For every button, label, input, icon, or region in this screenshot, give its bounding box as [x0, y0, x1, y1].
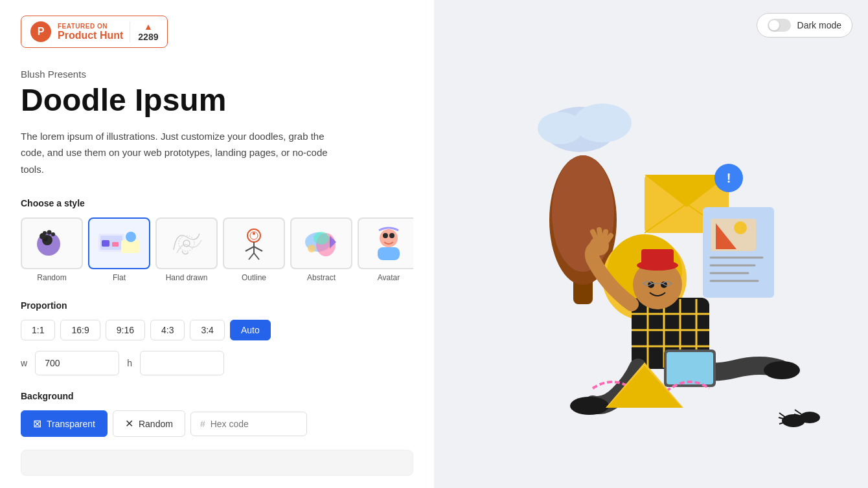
toggle-knob: [769, 20, 779, 30]
prop-btn-3-4[interactable]: 3:4: [190, 320, 224, 340]
svg-point-10: [126, 232, 136, 242]
toggle-switch: [768, 19, 791, 32]
transparent-icon: ⊠: [33, 417, 41, 430]
svg-line-84: [795, 410, 801, 414]
style-name-avatar: Avatar: [378, 273, 400, 282]
prop-btn-1-1[interactable]: 1:1: [21, 320, 55, 340]
height-label: h: [127, 358, 132, 368]
background-section: Background ⊠ Transparent ✕ Random #: [21, 391, 413, 437]
svg-point-14: [183, 240, 190, 247]
proportion-label: Proportion: [21, 300, 413, 311]
ph-featured-text: FEATURED ON: [58, 23, 123, 30]
style-thumb-avatar: [358, 217, 413, 269]
transparent-button[interactable]: ⊠ Transparent: [21, 410, 108, 437]
right-panel: !: [434, 0, 868, 488]
style-name-hand-drawn: Hand drawn: [166, 273, 208, 282]
style-card-abstract[interactable]: Abstract: [290, 217, 352, 282]
style-thumb-hand-drawn: [155, 217, 218, 269]
svg-line-18: [254, 247, 262, 251]
dark-mode-toggle[interactable]: Dark mode: [757, 13, 852, 38]
svg-line-70: [599, 230, 600, 237]
svg-line-72: [607, 236, 611, 241]
svg-line-17: [246, 247, 254, 251]
svg-point-80: [799, 412, 820, 423]
prop-btn-16-9[interactable]: 16:9: [60, 320, 100, 340]
style-card-outline[interactable]: Outline: [223, 217, 285, 282]
proportion-buttons: 1:1 16:9 9:16 4:3 3:4 Auto: [21, 320, 413, 340]
style-name-flat: Flat: [113, 273, 126, 282]
style-thumb-outline: [223, 217, 285, 269]
style-name-abstract: Abstract: [307, 273, 336, 282]
blush-presents: Blush Presents: [21, 69, 413, 80]
hex-input[interactable]: [211, 419, 288, 429]
style-card-random[interactable]: Random: [21, 217, 83, 282]
svg-point-48: [734, 221, 747, 234]
transparent-label: Transparent: [47, 419, 95, 429]
style-section-label: Choose a style: [21, 198, 413, 208]
random-bg-button[interactable]: ✕ Random: [113, 410, 185, 437]
ph-count: 2289: [138, 32, 158, 42]
svg-point-5: [47, 230, 52, 234]
svg-point-36: [552, 155, 614, 272]
height-input[interactable]: [140, 351, 224, 375]
svg-line-81: [779, 413, 786, 417]
svg-point-13: [179, 236, 194, 251]
width-input[interactable]: [35, 351, 119, 375]
ph-icon: P: [30, 21, 51, 42]
svg-point-6: [51, 232, 55, 236]
svg-point-33: [538, 112, 583, 144]
main-illustration: !: [463, 58, 839, 434]
style-thumb-random: [21, 217, 83, 269]
svg-point-32: [573, 104, 632, 142]
svg-line-69: [593, 232, 596, 238]
prop-btn-auto[interactable]: Auto: [230, 320, 271, 340]
svg-line-71: [604, 232, 606, 238]
ph-name-text: Product Hunt: [58, 30, 123, 41]
illustration-container: !: [434, 0, 868, 488]
svg-rect-11: [102, 240, 109, 247]
style-card-hand-drawn[interactable]: Hand drawn: [155, 217, 218, 282]
ph-count-area: ▲ 2289: [130, 21, 158, 42]
background-label: Background: [21, 391, 413, 401]
style-card-flat[interactable]: Flat: [88, 217, 150, 282]
bottom-strip: [21, 450, 413, 476]
prop-btn-4-3[interactable]: 4:3: [150, 320, 185, 340]
left-panel: P FEATURED ON Product Hunt ▲ 2289 Blush …: [0, 0, 434, 488]
hex-hash: #: [200, 419, 205, 429]
svg-point-22: [253, 232, 255, 235]
product-hunt-badge[interactable]: P FEATURED ON Product Hunt ▲ 2289: [21, 16, 168, 48]
dimension-row: w h: [21, 351, 413, 375]
svg-point-4: [43, 231, 47, 235]
random-label: Random: [139, 419, 173, 429]
prop-btn-9-16[interactable]: 9:16: [106, 320, 145, 340]
style-name-outline: Outline: [242, 273, 266, 282]
bg-controls: ⊠ Transparent ✕ Random #: [21, 410, 413, 437]
svg-point-73: [570, 397, 609, 415]
svg-line-20: [254, 253, 259, 260]
style-name-random: Random: [37, 273, 66, 282]
style-thumb-flat: [88, 217, 150, 269]
hex-input-wrap: #: [190, 412, 307, 436]
description: The lorem ipsum of illustrations. Just c…: [21, 128, 332, 178]
svg-rect-12: [112, 242, 119, 247]
svg-point-30: [389, 233, 394, 238]
style-options: Random Flat: [21, 217, 413, 282]
ph-text-group: FEATURED ON Product Hunt: [58, 23, 123, 41]
style-card-avatar[interactable]: Avatar: [358, 217, 413, 282]
svg-point-26: [308, 245, 315, 252]
random-icon: ✕: [125, 417, 133, 430]
proportion-section: Proportion 1:1 16:9 9:16 4:3 3:4 Auto w …: [21, 300, 413, 375]
svg-rect-28: [378, 247, 400, 260]
svg-point-25: [314, 232, 329, 245]
svg-text:!: !: [727, 171, 731, 185]
svg-rect-64: [641, 249, 674, 267]
main-title: Doodle Ipsum: [21, 83, 413, 118]
svg-point-74: [764, 361, 800, 379]
svg-point-29: [383, 233, 388, 238]
ph-arrow-icon: ▲: [144, 21, 153, 32]
width-label: w: [21, 358, 27, 368]
svg-rect-76: [667, 352, 713, 384]
style-thumb-abstract: [290, 217, 352, 269]
svg-line-19: [249, 253, 254, 260]
svg-rect-9: [121, 240, 139, 253]
